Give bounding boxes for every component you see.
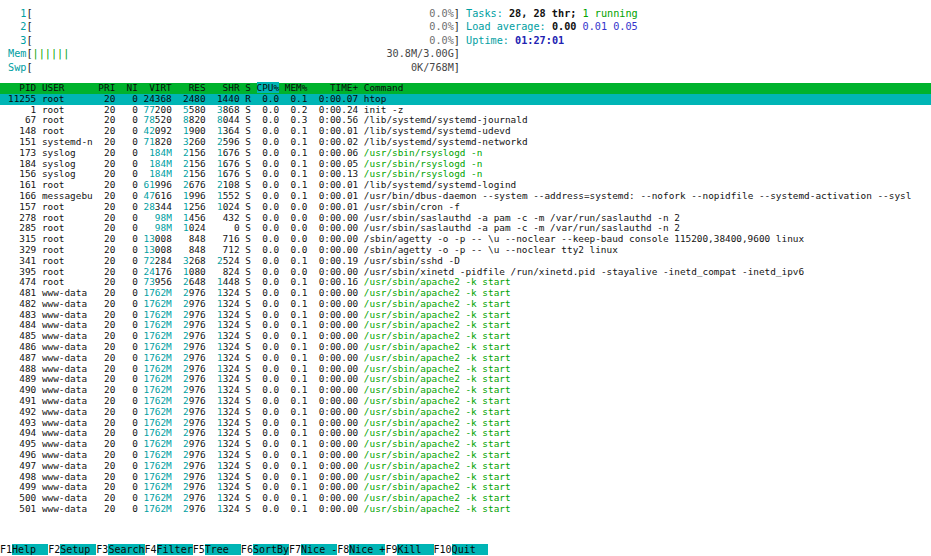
process-command: /usr/sbin/apache2 -k start [364,493,511,503]
process-row[interactable]: 493 www-data 20 0 1762M 2976 1324 S 0.0 … [0,418,931,429]
process-command: /usr/sbin/rsyslogd -n [364,148,483,158]
column-header-mem[interactable]: MEM% [285,82,308,93]
process-row[interactable]: 315 root 20 0 13008 848 716 S 0.0 0.0 0:… [0,234,931,245]
process-row[interactable]: 329 root 20 0 13008 848 712 S 0.0 0.0 0:… [0,245,931,256]
column-header-s[interactable]: S [245,82,251,93]
process-row[interactable]: 148 root 20 0 42092 1900 1364 S 0.0 0.1 … [0,126,931,137]
process-cpu-pct: 0.0 [257,299,280,309]
process-row[interactable]: 483 www-data 20 0 1762M 2976 1324 S 0.0 … [0,310,931,321]
process-row[interactable]: 485 www-data 20 0 1762M 2976 1324 S 0.0 … [0,331,931,342]
process-row[interactable]: 156 syslog 20 0 184M 2156 1676 S 0.0 0.1… [0,169,931,180]
process-row[interactable]: 497 www-data 20 0 1762M 2976 1324 S 0.0 … [0,461,931,472]
process-row[interactable]: 500 www-data 20 0 1762M 2976 1324 S 0.0 … [0,493,931,504]
fkey-f3-search[interactable]: F3Search [96,544,144,556]
column-header-user[interactable]: USER [42,82,93,93]
fkey-f5-tree[interactable]: F5Tree [193,544,241,556]
fkey-f2-setup[interactable]: F2Setup [48,544,96,556]
process-nice: 0 [121,105,138,115]
fkey-f9-kill[interactable]: F9Kill [385,544,433,556]
process-nice: 0 [121,299,138,309]
process-row[interactable]: 395 root 20 0 24176 1080 824 S 0.0 0.0 0… [0,267,931,278]
process-row[interactable]: 151 systemd-n 20 0 71820 3260 2596 S 0.0… [0,137,931,148]
column-header-shr[interactable]: SHR [211,82,239,93]
process-nice: 0 [121,115,138,125]
column-header-pri[interactable]: PRI [98,82,115,93]
process-row[interactable]: 488 www-data 20 0 1762M 2976 1324 S 0.0 … [0,364,931,375]
fkey-f7-nice[interactable]: F7Nice - [289,544,337,556]
process-memval: 98M [144,223,172,233]
fkey-f1-help[interactable]: F1Help [0,544,48,556]
process-cpu-pct: 0.0 [257,288,280,298]
process-row[interactable]: 67 root 20 0 78520 8820 8044 S 0.0 0.3 0… [0,115,931,126]
process-row[interactable]: 501 www-data 20 0 1762M 2976 1324 S 0.0 … [0,504,931,515]
process-user: www-data [42,428,93,438]
process-priority: 20 [98,213,115,223]
process-user: messagebu [42,191,93,201]
process-row[interactable]: 494 www-data 20 0 1762M 2976 1324 S 0.0 … [0,428,931,439]
process-row[interactable]: 166 messagebu 20 0 47616 1996 1552 S 0.0… [0,191,931,202]
process-time: 0:00.56 [313,115,358,125]
process-row[interactable]: 278 root 20 0 98M 1456 432 S 0.0 0.0 0:0… [0,213,931,224]
process-pid: 151 [8,137,36,147]
process-row[interactable]: 341 root 20 0 72284 3268 2524 S 0.0 0.1 … [0,256,931,267]
process-user: systemd-n [42,137,93,147]
fkey-f10-quit[interactable]: F10Quit [434,544,488,556]
process-time: 0:00.00 [313,374,358,384]
process-pid: 489 [8,374,36,384]
process-memval: 61996 [144,180,172,190]
process-row[interactable]: 173 syslog 20 0 184M 2156 1676 S 0.0 0.1… [0,148,931,159]
process-user: root [42,94,93,104]
process-pid: 481 [8,288,36,298]
process-row[interactable]: 482 www-data 20 0 1762M 2976 1324 S 0.0 … [0,299,931,310]
fkey-f8-nice[interactable]: F8Nice + [337,544,385,556]
process-row[interactable]: 11255 root 20 0 24368 2480 1440 R 0.0 0.… [0,94,931,105]
process-row[interactable]: 481 www-data 20 0 1762M 2976 1324 S 0.0 … [0,288,931,299]
column-header-cpu[interactable]: CPU% [257,82,280,93]
fkey-f4-filter[interactable]: F4Filter [145,544,193,556]
process-memval: 2976 [177,504,205,514]
process-row[interactable]: 499 www-data 20 0 1762M 2976 1324 S 0.0 … [0,482,931,493]
process-priority: 20 [98,353,115,363]
process-row[interactable]: 285 root 20 0 98M 1024 0 S 0.0 0.0 0:00.… [0,223,931,234]
column-header-command[interactable]: Command [364,82,404,93]
process-row[interactable]: 496 www-data 20 0 1762M 2976 1324 S 0.0 … [0,450,931,461]
info-column: Tasks: 28, 28 thr; 1 running Load averag… [466,7,638,74]
fkey-key-label: F8 [337,544,349,555]
process-row[interactable]: 484 www-data 20 0 1762M 2976 1324 S 0.0 … [0,320,931,331]
process-mem-pct: 0.1 [285,504,308,514]
process-row[interactable]: 157 root 20 0 28344 1256 1024 S 0.0 0.0 … [0,202,931,213]
process-user: www-data [42,342,93,352]
process-nice: 0 [121,213,138,223]
column-header-pid[interactable]: PID [8,82,36,93]
column-header-ni[interactable]: NI [121,82,138,93]
process-nice: 0 [121,169,138,179]
process-row[interactable]: 498 www-data 20 0 1762M 2976 1324 S 0.0 … [0,472,931,483]
process-row[interactable]: 184 syslog 20 0 184M 2156 1676 S 0.0 0.1… [0,159,931,170]
process-nice: 0 [121,472,138,482]
process-memval: 5580 [177,105,205,115]
process-user: www-data [42,396,93,406]
process-row[interactable]: 161 root 20 0 61996 2676 2108 S 0.0 0.1 … [0,180,931,191]
process-row[interactable]: 491 www-data 20 0 1762M 2976 1324 S 0.0 … [0,396,931,407]
process-memval: 1324 [211,396,239,406]
process-memval: 2156 [177,159,205,169]
process-state: S [245,418,251,428]
process-priority: 20 [98,137,115,147]
process-row[interactable]: 489 www-data 20 0 1762M 2976 1324 S 0.0 … [0,374,931,385]
column-header-time[interactable]: TIME+ [313,82,358,93]
process-row[interactable]: 495 www-data 20 0 1762M 2976 1324 S 0.0 … [0,439,931,450]
process-row[interactable]: 1 root 20 0 77200 5580 3868 S 0.0 0.2 0:… [0,105,931,116]
process-row[interactable]: 474 root 20 0 73956 2648 1448 S 0.0 0.1 … [0,277,931,288]
column-header-res[interactable]: RES [177,82,205,93]
process-mem-pct: 0.1 [285,137,308,147]
process-row[interactable]: 490 www-data 20 0 1762M 2976 1324 S 0.0 … [0,385,931,396]
column-header-virt[interactable]: VIRT [144,82,172,93]
process-row[interactable]: 487 www-data 20 0 1762M 2976 1324 S 0.0 … [0,353,931,364]
process-row[interactable]: 492 www-data 20 0 1762M 2976 1324 S 0.0 … [0,407,931,418]
process-row[interactable]: 486 www-data 20 0 1762M 2976 1324 S 0.0 … [0,342,931,353]
process-cpu-pct: 0.0 [257,137,280,147]
fkey-f6-sortby[interactable]: F6SortBy [241,544,289,556]
process-pid: 1 [8,105,36,115]
process-memval: 2976 [177,482,205,492]
process-memval: 184M [144,169,172,179]
